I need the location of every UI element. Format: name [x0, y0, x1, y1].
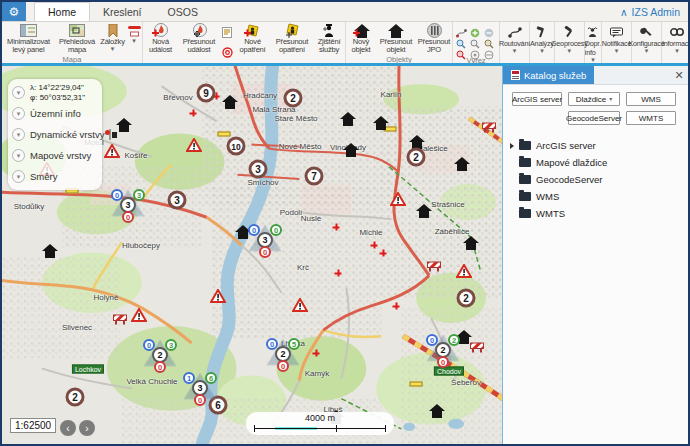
section-uzemni-info[interactable]: ▾ Územní info — [12, 103, 98, 124]
section-mapove-vrstvy[interactable]: ▾ Mapové vrstvy — [12, 145, 98, 166]
move-event-button[interactable]: Přesunout událost — [178, 22, 220, 55]
service-detect-button[interactable]: Zjištění služby — [313, 22, 345, 55]
overview-map-button[interactable]: Přehledová mapa — [55, 22, 99, 55]
traffic-info-dropdown[interactable]: Dopr. info ▾ — [585, 22, 602, 63]
cluster-blue-count[interactable]: 0 — [266, 338, 278, 350]
cluster-red-count[interactable]: 0 — [122, 211, 134, 223]
building-marker[interactable] — [116, 118, 132, 136]
magnifier-icon[interactable] — [470, 35, 483, 45]
full-extent-icon[interactable] — [470, 46, 483, 56]
roadwork-warning-marker[interactable] — [104, 144, 120, 162]
cluster-green-count[interactable]: 3 — [165, 339, 177, 351]
route-select-icon[interactable] — [456, 24, 469, 34]
expander-button[interactable]: ▾ — [12, 128, 25, 141]
tree-item-arcgis[interactable]: ArcGIS server — [509, 137, 684, 154]
magnifier-blue-icon[interactable] — [456, 35, 469, 45]
building-marker[interactable] — [463, 236, 479, 254]
roadwork-warning-marker[interactable] — [210, 289, 226, 307]
tab-kresleni[interactable]: Kreslení — [90, 2, 155, 21]
building-marker[interactable] — [373, 116, 389, 134]
event-count-marker[interactable]: 2 — [457, 289, 476, 308]
txt-file-icon[interactable] — [222, 24, 232, 42]
map-tools-dropdown[interactable]: ▾ — [126, 22, 142, 44]
incident-cross-marker[interactable] — [313, 350, 320, 357]
roadwork-warning-marker[interactable] — [456, 264, 472, 282]
info-dropdown[interactable]: Informace ▾ — [662, 22, 688, 63]
incident-cross-marker[interactable] — [371, 242, 378, 249]
cluster-red-count[interactable]: 0 — [154, 361, 166, 373]
previous-extent-button[interactable]: ‹ — [60, 420, 76, 436]
expander-button[interactable]: ▾ — [12, 149, 25, 162]
arcgis-server-button[interactable]: ArcGIS server — [512, 92, 562, 106]
app-menu-button[interactable]: ⚙ — [2, 2, 26, 21]
close-icon[interactable]: ✕ — [670, 66, 688, 84]
building-marker[interactable] — [222, 95, 238, 113]
building-marker[interactable] — [340, 112, 356, 130]
zoom-in-icon[interactable] — [470, 24, 483, 34]
event-count-marker[interactable]: 9 — [197, 84, 216, 103]
tab-home[interactable]: Home — [34, 2, 90, 21]
cluster-blue-count[interactable]: 0 — [111, 189, 123, 201]
event-count-marker[interactable]: 10 — [227, 137, 246, 156]
move-jpo-button[interactable]: Přesunout JPO — [416, 22, 452, 55]
roadwork-warning-marker[interactable] — [131, 308, 147, 326]
cluster-red-count[interactable]: 0 — [259, 246, 271, 258]
incident-cross-marker[interactable] — [333, 224, 340, 231]
tree-item-wmts[interactable]: WMTS — [509, 205, 684, 222]
tree-item-mapove-dlazdice[interactable]: Mapové dlaždice — [509, 154, 684, 171]
section-smery[interactable]: ▾ Směry — [12, 166, 98, 187]
incident-cross-marker[interactable] — [190, 110, 197, 117]
road-closure-marker[interactable] — [113, 311, 127, 329]
cluster-green-count[interactable]: 0 — [270, 224, 282, 236]
bookmarks-button[interactable]: Záložky ▾ — [99, 22, 126, 52]
geoprocess-dropdown[interactable]: Geoprocesy ▾ — [555, 22, 585, 63]
cluster-red-count[interactable]: 0 — [194, 394, 206, 406]
cluster-blue-count[interactable]: 0 — [426, 334, 438, 346]
expander-button[interactable]: ▾ — [12, 86, 25, 99]
move-object-button[interactable]: Přesunout objekt — [376, 22, 416, 55]
new-event-button[interactable]: Nová událost — [143, 22, 178, 55]
roadwork-warning-marker[interactable] — [390, 192, 406, 210]
prev-extent-icon[interactable] — [484, 46, 497, 56]
zoom-out-icon[interactable] — [484, 24, 497, 34]
user-menu[interactable]: ∧ IZS Admin — [620, 2, 688, 21]
routing-dropdown[interactable]: Routování ▾ — [500, 22, 530, 63]
cluster-blue-count[interactable]: 0 — [143, 339, 155, 351]
cluster-green-count[interactable]: 3 — [133, 189, 145, 201]
building-marker[interactable] — [416, 204, 432, 222]
event-count-marker[interactable]: 7 — [305, 167, 324, 186]
cluster-blue-count[interactable]: 1 — [183, 372, 195, 384]
cluster-red-count[interactable]: 0 — [277, 360, 289, 372]
incident-cross-marker[interactable] — [335, 270, 342, 277]
cluster-green-count[interactable]: 6 — [205, 372, 217, 384]
magnifier-extent-icon[interactable] — [484, 35, 497, 45]
road-closure-marker[interactable] — [470, 339, 484, 357]
wms-button[interactable]: WMS — [626, 92, 676, 106]
event-count-marker[interactable]: 2 — [284, 89, 303, 108]
building-marker[interactable] — [42, 244, 58, 262]
cluster-green-count[interactable]: 2 — [448, 334, 460, 346]
building-marker[interactable] — [454, 157, 470, 175]
cluster-red-count[interactable]: 0 — [437, 356, 449, 368]
incident-cross-marker[interactable] — [393, 303, 400, 310]
tab-osos[interactable]: OSOS — [155, 2, 211, 21]
event-count-marker[interactable]: 2 — [407, 148, 426, 167]
configuration-dropdown[interactable]: Konfigurace ▾ — [632, 22, 662, 63]
minimize-left-panel-button[interactable]: Minimalizovat levý panel — [2, 22, 55, 55]
expander-button[interactable]: ▾ — [12, 107, 25, 120]
section-dynamicke-vrstvy[interactable]: ▾ Dynamické vrstvy — [12, 124, 98, 145]
tree-item-geocodeserver[interactable]: GeocodeServer — [509, 171, 684, 188]
road-closure-marker[interactable] — [482, 119, 496, 137]
map-canvas[interactable]: BřevnovHradčanyMalá StranaStaré MěstoKar… — [2, 66, 502, 444]
event-count-marker[interactable]: 3 — [249, 160, 268, 179]
tiles-dropdown-button[interactable]: Dlaždice▾ — [568, 92, 620, 106]
cluster-green-count[interactable]: 5 — [288, 338, 300, 350]
roadwork-warning-marker[interactable] — [292, 298, 308, 316]
event-count-marker[interactable]: 3 — [168, 191, 187, 210]
event-count-marker[interactable]: 2 — [66, 388, 85, 407]
new-measure-button[interactable]: Nové opatření — [234, 22, 271, 55]
new-object-button[interactable]: Nový objekt — [346, 22, 376, 55]
building-marker[interactable] — [343, 143, 359, 161]
building-marker[interactable] — [429, 404, 445, 422]
catalog-tab[interactable]: Katalog služeb — [503, 66, 594, 84]
